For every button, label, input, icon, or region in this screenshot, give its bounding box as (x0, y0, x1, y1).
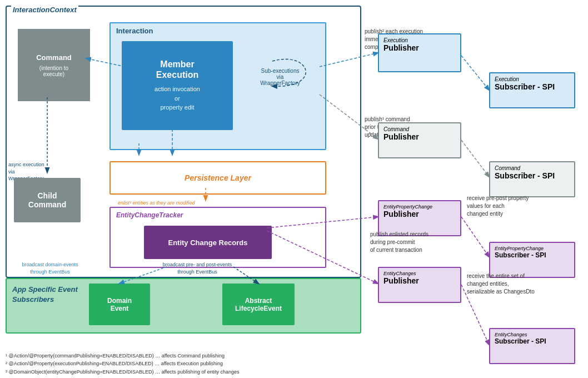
ep-bold-label: Publisher (383, 43, 456, 52)
epc-sub-bold-label: Subscriber - SPI (495, 251, 570, 259)
epc-sub-italic-label: EntityPropertyChange (495, 246, 570, 251)
cp-bold-label: Publisher (383, 132, 456, 141)
footnote-1: ¹ @Action/@Property(commandPublishing=EN… (6, 352, 239, 360)
entity-change-tracker-box: EntityChangeTracker Entity Change Record… (109, 207, 326, 268)
enlist-text: enlist³ entities as they are modified (118, 200, 195, 206)
ec-sub-bold-label: Subscriber - SPI (495, 337, 570, 345)
app-specific-label: App Specific EventSubscribers (12, 285, 79, 305)
execution-subscriber-box: Execution Subscriber - SPI (489, 72, 575, 108)
entity-change-tracker-label: EntityChangeTracker (116, 211, 183, 219)
ec-publisher-box: EntityChanges Publisher (378, 267, 461, 303)
ec-pub-bold-label: Publisher (383, 276, 456, 285)
domain-event-label: DomainEvent (107, 297, 132, 312)
cp-italic-label: Command (383, 126, 456, 132)
child-command-label: ChildCommand (28, 191, 66, 209)
persistence-label: Persistence Layer (185, 173, 251, 182)
command-label: Command (36, 53, 72, 62)
publish-note-enlisted: publish enlisted recordsduring pre-commi… (370, 231, 448, 254)
svg-line-9 (461, 217, 489, 257)
command-subscriber-box: Command Subscriber - SPI (489, 161, 575, 197)
footnotes: ¹ @Action/@Property(commandPublishing=EN… (6, 352, 239, 376)
cs-bold-label: Subscriber - SPI (495, 171, 570, 180)
ep-italic-label: Execution (383, 37, 456, 43)
svg-line-6 (461, 56, 489, 90)
publish-note-ep: receive pre-post propertyvalues for each… (467, 195, 553, 218)
es-italic-label: Execution (495, 76, 570, 82)
broadcast-left-text: broadcast domain-eventsthrough EventBus (17, 261, 83, 275)
broadcast-right-text: broadcast pre- and post-eventsthrough Ev… (156, 261, 239, 275)
interaction-context-label: InteractionContext (11, 6, 78, 14)
execution-publisher-box: Execution Publisher (378, 33, 461, 72)
entity-change-records-box: Entity Change Records (144, 226, 272, 259)
interaction-label: Interaction (116, 27, 153, 35)
command-box: Command (intention toexecute) (18, 29, 90, 101)
persistence-layer-box: Persistence Layer (109, 161, 326, 195)
member-execution-sub: action invocationorproperty edit (155, 84, 200, 112)
app-specific-box: App Specific EventSubscribers (6, 278, 361, 334)
svg-line-8 (461, 140, 489, 177)
domain-event-box: DomainEvent (89, 284, 150, 325)
cs-italic-label: Command (495, 165, 570, 171)
interaction-context-box: InteractionContext Command (intention to… (6, 6, 361, 278)
child-command-box: ChildCommand (14, 178, 81, 222)
ec-subscriber-box: EntityChanges Subscriber - SPI (489, 328, 575, 364)
abstract-lifecycle-box: AbstractLifecycleEvent (222, 284, 295, 325)
member-execution-title: MemberExecution (156, 59, 198, 80)
es-bold-label: Subscriber - SPI (495, 82, 570, 91)
member-execution-box: MemberExecution action invocationorprope… (122, 41, 233, 130)
entity-change-records-label: Entity Change Records (168, 238, 247, 247)
interaction-box: Interaction MemberExecution action invoc… (109, 22, 326, 150)
sub-executions-label: Sub-executionsviaWrapperFactory (250, 68, 311, 86)
ec-pub-italic-label: EntityChanges (383, 271, 456, 276)
command-subtitle: (intention toexecute) (39, 65, 68, 77)
epc-pub-italic-label: EntityPropertyChange (383, 204, 456, 210)
ec-sub-italic-label: EntityChanges (495, 332, 570, 337)
command-publisher-box: Command Publisher (378, 122, 461, 158)
footnote-2: ² @Action/@Property(executionPublishing=… (6, 360, 239, 367)
publish-note-ec: receive the entire set ofchanged entitie… (467, 272, 553, 296)
epc-pub-bold-label: Publisher (383, 210, 456, 218)
footnote-3: ³ @DomainObject(entityChangePublishing=E… (6, 368, 239, 376)
abstract-lifecycle-label: AbstractLifecycleEvent (235, 297, 282, 312)
